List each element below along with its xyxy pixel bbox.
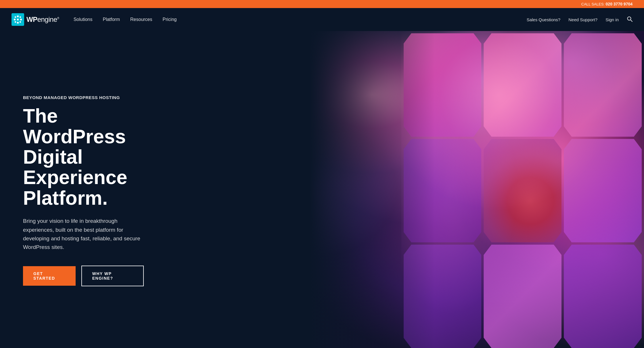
logo[interactable]: WPengine®	[12, 13, 59, 26]
nav-link-platform[interactable]: Platform	[103, 17, 120, 22]
svg-rect-5	[20, 19, 22, 20]
hex-panel-5	[484, 139, 561, 242]
phone-number[interactable]: 020 3770 9704	[606, 2, 632, 6]
hex-panel-8	[484, 245, 561, 348]
svg-rect-1	[17, 19, 19, 20]
svg-rect-3	[17, 22, 19, 24]
hex-panels-grid	[401, 31, 644, 348]
svg-rect-6	[15, 16, 16, 18]
svg-rect-8	[15, 21, 16, 23]
nav-link-solutions[interactable]: Solutions	[74, 17, 93, 22]
wpengine-logo-icon	[12, 13, 24, 26]
nav-sales-questions[interactable]: Sales Questions?	[527, 17, 561, 22]
nav-link-pricing[interactable]: Pricing	[163, 17, 177, 22]
hero-section: BEYOND MANAGED WORDPRESS HOSTING The Wor…	[0, 31, 644, 348]
top-bar: CALL SALES: 020 3770 9704	[0, 0, 644, 8]
svg-rect-2	[17, 16, 19, 17]
search-icon[interactable]	[627, 16, 632, 23]
logo-text: WPengine®	[26, 16, 59, 24]
hero-background	[225, 31, 644, 348]
get-started-button[interactable]: GET STARTED	[23, 266, 76, 286]
hex-panel-6	[564, 139, 642, 242]
navbar: WPengine® Solutions Platform Resources P…	[0, 8, 644, 31]
svg-line-11	[631, 20, 632, 22]
hero-description: Bring your vision to life in breakthroug…	[23, 217, 144, 252]
hero-buttons: GET STARTED WHY WP ENGINE?	[23, 266, 144, 286]
hero-eyebrow: BEYOND MANAGED WORDPRESS HOSTING	[23, 95, 144, 100]
svg-rect-4	[14, 19, 16, 20]
svg-rect-7	[20, 16, 21, 18]
why-wpengine-button[interactable]: WHY WP ENGINE?	[81, 266, 144, 286]
svg-rect-9	[20, 21, 21, 23]
hero-title: The WordPress Digital Experience Platfor…	[23, 106, 144, 208]
hero-bg-fade	[225, 31, 435, 348]
nav-sign-in[interactable]: Sign in	[605, 17, 619, 22]
nav-right: Sales Questions? Need Support? Sign in	[527, 16, 632, 23]
hex-panel-3	[564, 33, 642, 137]
svg-point-10	[628, 17, 631, 20]
call-label: CALL SALES:	[581, 2, 605, 6]
hex-panel-9	[564, 245, 642, 348]
nav-link-resources[interactable]: Resources	[130, 17, 152, 22]
nav-need-support[interactable]: Need Support?	[568, 17, 597, 22]
hex-panel-2	[484, 33, 561, 137]
nav-links: Solutions Platform Resources Pricing	[74, 17, 527, 22]
hero-content: BEYOND MANAGED WORDPRESS HOSTING The Wor…	[0, 95, 167, 286]
